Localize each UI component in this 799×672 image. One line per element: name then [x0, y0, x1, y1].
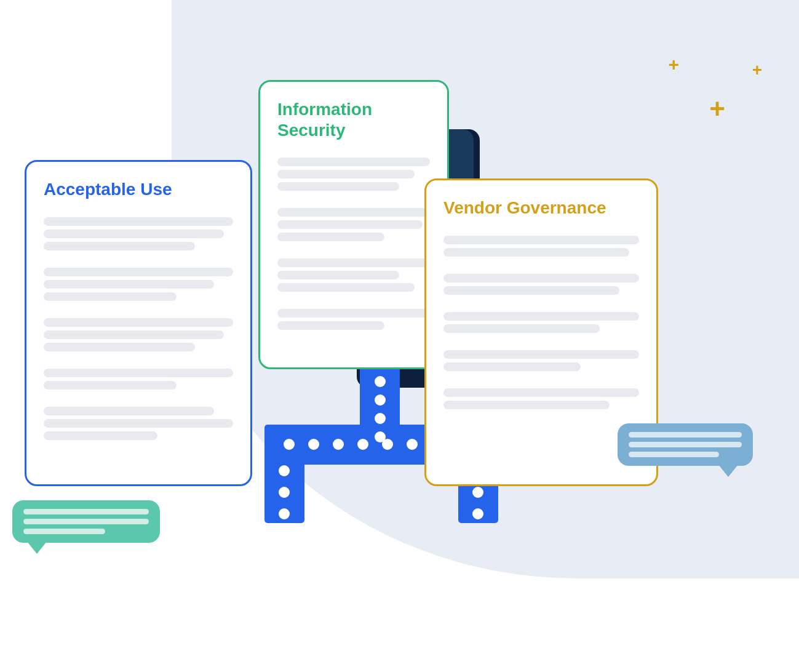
plus-icon-1: + [668, 55, 679, 74]
card-left-title: Acceptable Use [44, 179, 233, 200]
svg-point-23 [472, 508, 483, 519]
chat-bubble-left [12, 500, 160, 543]
svg-point-10 [308, 439, 319, 450]
card-right-content [443, 236, 639, 420]
svg-point-19 [279, 487, 290, 498]
card-center-title: Information Security [277, 99, 430, 140]
card-acceptable-use: Acceptable Use [25, 160, 252, 486]
card-right-title: Vendor Governance [443, 198, 639, 218]
svg-point-5 [375, 376, 386, 387]
svg-point-9 [284, 439, 295, 450]
svg-point-20 [279, 508, 290, 519]
svg-point-14 [407, 439, 418, 450]
plus-icon-3: + [752, 62, 762, 79]
svg-point-18 [279, 465, 290, 476]
card-information-security: Information Security [258, 80, 449, 369]
svg-point-12 [357, 439, 368, 450]
svg-point-7 [375, 413, 386, 424]
svg-point-22 [472, 487, 483, 498]
plus-icon-2: + [709, 95, 725, 122]
svg-point-13 [382, 439, 393, 450]
svg-point-6 [375, 394, 386, 406]
card-center-content [277, 158, 430, 341]
svg-point-11 [333, 439, 344, 450]
card-left-content [44, 217, 233, 451]
scene: Acceptable Use [0, 0, 799, 672]
chat-bubble-right [618, 423, 753, 466]
